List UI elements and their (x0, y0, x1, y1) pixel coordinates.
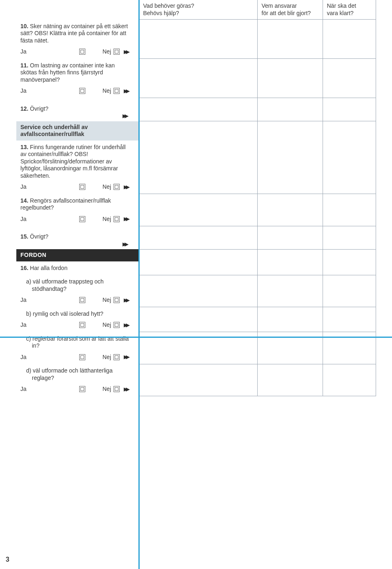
q16d-nej-label: Nej (102, 386, 111, 393)
q13-ja-label: Ja (20, 183, 77, 191)
arrow-icon (124, 297, 128, 303)
q16c-nej-label: Nej (102, 354, 111, 361)
q14-text: 14. Rengörs avfallscontainer/rullflak re… (16, 194, 139, 226)
q13-ja-checkbox[interactable] (79, 184, 85, 190)
q16d-ja-checkbox[interactable] (79, 386, 85, 392)
q11-ja-label: Ja (20, 87, 77, 95)
q13-what-cell[interactable] (139, 121, 257, 194)
arrow-icon (122, 241, 127, 248)
q16-who-cell[interactable] (257, 249, 323, 275)
arrow-icon (122, 113, 127, 119)
arrow-icon (124, 88, 128, 94)
q15-what-cell[interactable] (139, 226, 257, 249)
q16b-nej-label: Nej (102, 321, 111, 329)
q11-who-cell[interactable] (257, 59, 323, 98)
q16a-ja-label: Ja (20, 297, 77, 304)
q12-when-cell[interactable] (323, 98, 376, 121)
q11-ja-checkbox[interactable] (79, 88, 85, 94)
q11-when-cell[interactable] (323, 59, 376, 98)
q15-when-cell[interactable] (323, 226, 376, 249)
q16d-what-cell[interactable] (139, 364, 257, 396)
q11-nej-checkbox[interactable] (114, 88, 120, 94)
header-col-who: Vem ansvarar för att det blir gjort? (257, 0, 323, 20)
q10-who-cell[interactable] (257, 20, 323, 59)
q13-text: 13. Finns fungerande rutiner för underhå… (16, 141, 139, 194)
q16a-ja-checkbox[interactable] (79, 297, 85, 303)
q16d-nej-checkbox[interactable] (114, 386, 120, 392)
q13-who-cell[interactable] (257, 121, 323, 194)
q16a-who-cell[interactable] (257, 275, 323, 307)
arrow-icon (124, 49, 128, 55)
q13-nej-label: Nej (102, 183, 111, 191)
q12-who-cell[interactable] (257, 98, 323, 121)
q10-text: 10. Sker nätning av container på ett säk… (16, 20, 139, 59)
q11-text: 11. Om lastning av container inte kan sk… (16, 59, 139, 98)
q16b-ja-checkbox[interactable] (79, 322, 85, 328)
q10-nej-label: Nej (102, 48, 111, 56)
q16-when-cell[interactable] (323, 249, 376, 275)
q16-text: 16. Har alla fordon (16, 261, 139, 275)
q16b-what-cell[interactable] (139, 307, 257, 332)
q16a-text: a) väl utformade trappsteg och stödhandt… (16, 275, 139, 307)
subheader-service: Service och underhåll av avfallscontaine… (16, 121, 139, 141)
header-col-what: Vad behöver göras? Behövs hjälp? (139, 0, 257, 20)
q10-what-cell[interactable] (139, 20, 257, 59)
q16-what-cell[interactable] (139, 249, 257, 275)
q16b-who-cell[interactable] (257, 307, 323, 332)
q11-nej-label: Nej (102, 87, 111, 95)
q14-when-cell[interactable] (323, 194, 376, 226)
arrow-icon (124, 322, 128, 328)
q16a-nej-label: Nej (102, 297, 111, 304)
section-fordon: FORDON (16, 249, 139, 261)
arrow-icon (124, 354, 128, 360)
q15-who-cell[interactable] (257, 226, 323, 249)
q10-ja-checkbox[interactable] (79, 49, 85, 55)
q16d-text: d) väl utformade och lätthanterliga regl… (16, 364, 139, 396)
arrow-icon (124, 184, 128, 190)
q16b-nej-checkbox[interactable] (114, 322, 120, 328)
q13-nej-checkbox[interactable] (114, 184, 120, 190)
q14-nej-label: Nej (102, 216, 111, 223)
q16d-when-cell[interactable] (323, 364, 376, 396)
q16a-what-cell[interactable] (139, 275, 257, 307)
q13-when-cell[interactable] (323, 121, 376, 194)
q14-nej-checkbox[interactable] (114, 216, 120, 222)
q16c-nej-checkbox[interactable] (114, 354, 120, 360)
header-col-when: När ska det vara klart? (323, 0, 376, 20)
q12-text: 12. Övrigt? (16, 98, 139, 121)
arrow-icon (124, 386, 128, 393)
q14-what-cell[interactable] (139, 194, 257, 226)
q14-who-cell[interactable] (257, 194, 323, 226)
q10-nej-checkbox[interactable] (114, 49, 120, 55)
q16c-ja-label: Ja (20, 354, 77, 361)
horizontal-blue-rule (0, 337, 392, 338)
q16b-text: b) rymlig och väl isolerad hytt? Ja Nej (16, 307, 139, 332)
q16b-when-cell[interactable] (323, 307, 376, 332)
q10-ja-label: Ja (20, 48, 77, 56)
header-empty (16, 0, 139, 20)
q16c-ja-checkbox[interactable] (79, 354, 85, 360)
q11-what-cell[interactable] (139, 59, 257, 98)
q16d-ja-label: Ja (20, 386, 77, 393)
q15-text: 15. Övrigt? (16, 226, 139, 249)
q16b-ja-label: Ja (20, 321, 77, 329)
q10-when-cell[interactable] (323, 20, 376, 59)
q16a-when-cell[interactable] (323, 275, 376, 307)
vertical-blue-rule (138, 0, 140, 569)
q14-ja-label: Ja (20, 216, 77, 223)
page-number: 3 (6, 556, 9, 563)
q14-ja-checkbox[interactable] (79, 216, 85, 222)
q16d-who-cell[interactable] (257, 364, 323, 396)
arrow-icon (124, 216, 128, 222)
q16a-nej-checkbox[interactable] (114, 297, 120, 303)
q12-what-cell[interactable] (139, 98, 257, 121)
